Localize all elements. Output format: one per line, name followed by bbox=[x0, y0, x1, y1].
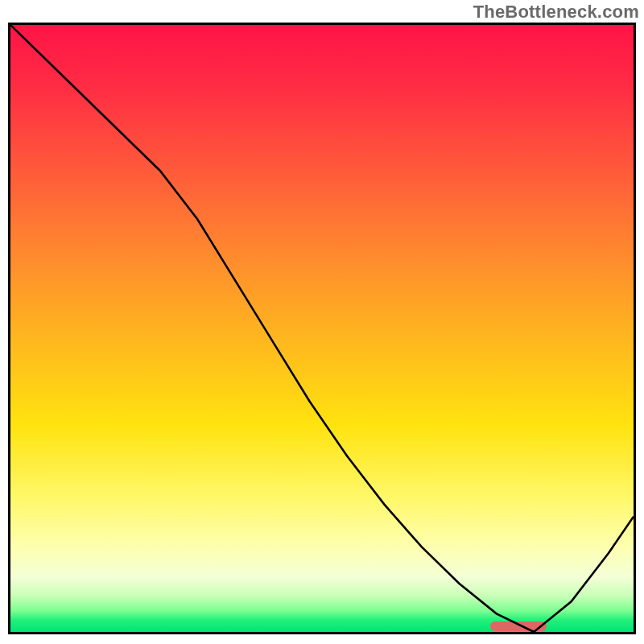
curve-overlay bbox=[10, 25, 634, 632]
bottleneck-curve-path bbox=[10, 25, 634, 632]
watermark-text: TheBottleneck.com bbox=[473, 2, 639, 23]
chart-container: TheBottleneck.com bbox=[0, 0, 644, 644]
plot-frame bbox=[8, 23, 636, 634]
